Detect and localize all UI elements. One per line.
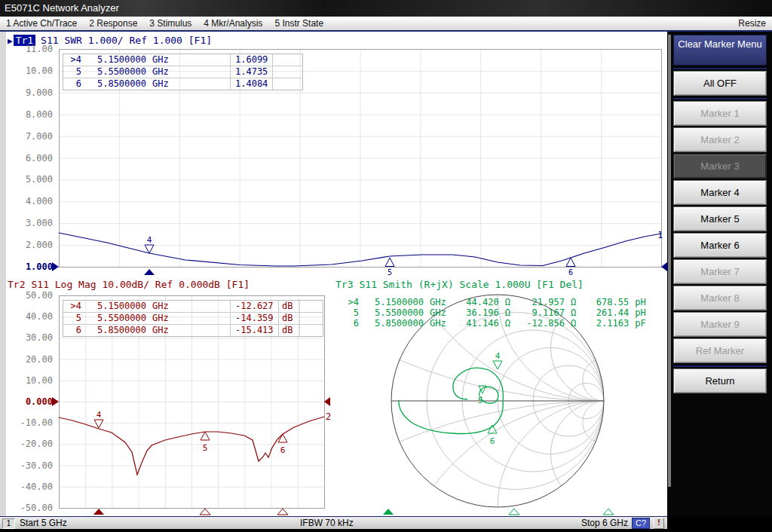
softkey-marker-7[interactable]: Marker 7 bbox=[673, 259, 767, 284]
tr2-header[interactable]: Tr2S11 Log Mag 10.00dB/ Ref 0.000dB [F1] bbox=[8, 279, 250, 290]
tr3-label: Tr3 bbox=[335, 279, 353, 290]
window-titlebar[interactable]: E5071C Network Analyzer bbox=[0, 0, 772, 17]
softkey-marker-5[interactable]: Marker 5 bbox=[673, 206, 767, 231]
tr1-trace-number: 1 bbox=[657, 230, 663, 240]
softkey-marker-1[interactable]: Marker 1 bbox=[673, 101, 767, 126]
tr2-tick: 40.00 bbox=[8, 311, 53, 322]
tr3-marker-table: >45.1500000GHz 44.420Ω 21.957Ω 678.55pH … bbox=[341, 297, 646, 329]
tr2-ref-arrow-left bbox=[52, 397, 59, 406]
tr2-ref-level: 0.000 bbox=[8, 396, 53, 407]
main-area: 4 5 6 1 4 bbox=[0, 32, 772, 516]
tr2-tick: -30.00 bbox=[8, 460, 53, 471]
softkey-marker-3[interactable]: Marker 3 bbox=[673, 154, 767, 179]
tr1-tick: 6.000 bbox=[8, 153, 53, 164]
tr3-header[interactable]: Tr3S11 Smith (R+jX) Scale 1.000U [F1 Del… bbox=[335, 279, 584, 290]
menu-item-mkr-analysis[interactable]: 4 Mkr/Analysis bbox=[198, 18, 268, 29]
softkey-scroll-strip[interactable] bbox=[668, 35, 671, 487]
menu-item-active-ch-trace[interactable]: 1 Active Ch/Trace bbox=[0, 18, 83, 29]
tr2-tick: -50.00 bbox=[8, 503, 53, 513]
tr2-ref-arrow-right bbox=[324, 397, 330, 406]
tr3-format-text: S11 Smith (R+jX) Scale 1.000U [F1 Del] bbox=[359, 279, 583, 290]
menu-item-instr-state[interactable]: 5 Instr State bbox=[268, 18, 329, 29]
tr1-marker-table: >45.1500000GHz 1.6099 55.5500000GHz 1.47… bbox=[63, 54, 303, 90]
instrument-screen: 4 5 6 1 4 bbox=[6, 32, 667, 516]
tr2-tick: -20.00 bbox=[8, 439, 53, 449]
tr2-tick: -40.00 bbox=[8, 482, 53, 492]
menu-item-stimulus[interactable]: 3 Stimulus bbox=[143, 18, 198, 29]
softkey-marker-8[interactable]: Marker 8 bbox=[673, 286, 767, 310]
tr1-tick: 11.00 bbox=[8, 44, 53, 54]
softkey-sidebar: Clear Marker Menu All OFF Marker 1 Marke… bbox=[667, 32, 772, 516]
svg-text:4: 4 bbox=[495, 351, 501, 361]
tr2-tick: 30.00 bbox=[8, 332, 53, 343]
ifbw-readout: IFBW 70 kHz bbox=[300, 518, 354, 528]
tr2-format-text: S11 Log Mag 10.00dB/ Ref 0.000dB [F1] bbox=[31, 279, 250, 290]
softkey-menu-title: Clear Marker Menu bbox=[673, 35, 767, 66]
tr1-tick: 9.000 bbox=[8, 87, 53, 98]
softkey-marker-9[interactable]: Marker 9 bbox=[673, 312, 767, 337]
svg-text:4: 4 bbox=[96, 410, 102, 420]
tr1-ref-arrow-right bbox=[661, 262, 667, 271]
tr2-tick: 20.00 bbox=[8, 354, 53, 365]
svg-text:4: 4 bbox=[147, 235, 152, 245]
tr1-format-text: S11 SWR 1.000/ Ref 1.000 [F1] bbox=[41, 35, 212, 46]
svg-text:6: 6 bbox=[490, 436, 495, 446]
tr1-ref-level: 1.000 bbox=[8, 261, 53, 272]
softkey-marker-6[interactable]: Marker 6 bbox=[673, 233, 767, 258]
tr1-ref-arrow-left bbox=[52, 262, 59, 271]
alert-indicator-icon: ! bbox=[654, 518, 664, 529]
statusbar: 1 Start 5 GHz IFBW 70 kHz Stop 6 GHz C? … bbox=[0, 516, 667, 529]
svg-text:6: 6 bbox=[568, 268, 573, 277]
tr1-tick: 5.000 bbox=[8, 174, 53, 185]
tr1-tick: 4.000 bbox=[8, 196, 53, 206]
svg-text:5: 5 bbox=[388, 268, 392, 277]
softkey-separator bbox=[673, 98, 767, 99]
softkey-ref-marker[interactable]: Ref Marker bbox=[673, 338, 767, 363]
stop-frequency: Stop 6 GHz bbox=[581, 518, 628, 528]
tr2-tick: -10.00 bbox=[8, 417, 53, 428]
tr1-tick: 7.000 bbox=[8, 131, 53, 142]
tr2-tick: 10.00 bbox=[8, 375, 53, 386]
tr1-tick: 2.000 bbox=[8, 240, 53, 250]
menubar: 1 Active Ch/Trace 2 Response 3 Stimulus … bbox=[0, 17, 772, 32]
menu-item-response[interactable]: 2 Response bbox=[83, 18, 143, 29]
softkey-marker-2[interactable]: Marker 2 bbox=[673, 127, 767, 152]
channel-number-box: 1 bbox=[2, 518, 15, 529]
tr2-tick: 50.00 bbox=[8, 290, 53, 301]
plots-canvas: 4 5 6 1 4 bbox=[6, 32, 667, 516]
tr1-tick: 8.000 bbox=[8, 109, 53, 120]
tr1-tick: 10.00 bbox=[8, 66, 53, 76]
cal-status-badge: C? bbox=[632, 518, 650, 529]
svg-text:5: 5 bbox=[478, 396, 483, 405]
softkey-all-off[interactable]: All OFF bbox=[673, 71, 767, 96]
softkey-separator bbox=[673, 68, 767, 69]
tr1-tick: 3.000 bbox=[8, 218, 53, 228]
app-window: E5071C Network Analyzer 1 Active Ch/Trac… bbox=[0, 0, 772, 532]
softkey-return[interactable]: Return bbox=[673, 368, 767, 393]
menu-item-resize[interactable]: Resize bbox=[732, 18, 772, 29]
tr2-trace-number: 2 bbox=[326, 411, 331, 422]
tr2-label: Tr2 bbox=[8, 279, 25, 290]
svg-text:6: 6 bbox=[280, 445, 286, 455]
start-frequency: Start 5 GHz bbox=[20, 518, 67, 528]
svg-text:5: 5 bbox=[203, 443, 208, 453]
softkey-marker-4[interactable]: Marker 4 bbox=[673, 180, 767, 205]
softkey-separator bbox=[673, 365, 767, 367]
left-frame-strip bbox=[0, 32, 6, 516]
window-title: E5071C Network Analyzer bbox=[5, 2, 119, 14]
tr2-marker-table: >45.1500000GHz -12.627dB 55.5500000GHz -… bbox=[63, 300, 323, 337]
